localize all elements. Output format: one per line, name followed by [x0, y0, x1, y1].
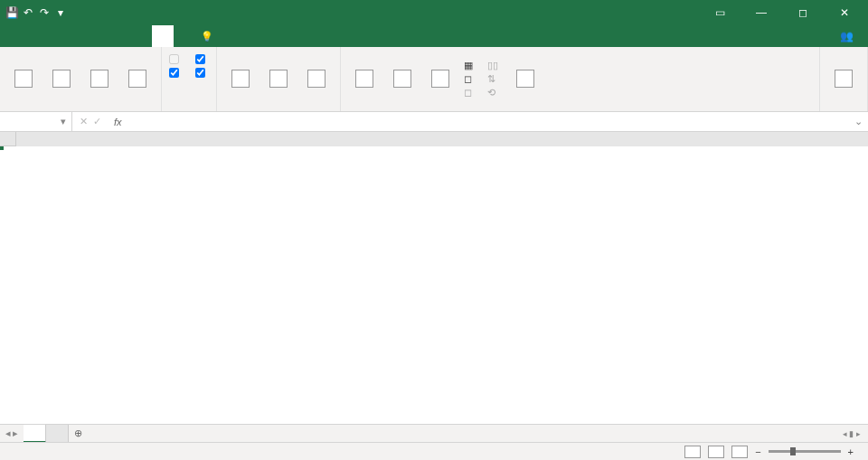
reset-position-button: ⟲	[487, 87, 502, 99]
freeze-panes-button[interactable]	[424, 68, 457, 91]
formula-bar-row: ▾ ✕ ✓ fx ⌄	[0, 112, 868, 132]
zoom100-button[interactable]	[262, 68, 295, 91]
menu-view[interactable]	[152, 25, 174, 47]
fx-icon[interactable]: fx	[108, 117, 127, 127]
sheet-tab-kpi[interactable]	[24, 425, 46, 443]
gridlines-checkbox[interactable]	[169, 68, 183, 78]
normal-view-button[interactable]	[7, 68, 40, 91]
maximize-icon[interactable]: ◻	[785, 0, 821, 25]
customviews-icon	[128, 70, 146, 88]
pagelayout-icon	[90, 70, 108, 88]
minimize-icon[interactable]: —	[743, 0, 779, 25]
menu-insert[interactable]	[43, 25, 65, 47]
zoom-out-icon[interactable]: −	[755, 446, 760, 457]
new-window-button[interactable]	[348, 68, 381, 91]
tab-nav-first-icon[interactable]: ◂	[5, 427, 11, 439]
ribbon-options-icon[interactable]: ▭	[702, 0, 738, 25]
zoom-icon	[231, 70, 250, 88]
unhide-button[interactable]: ◻	[464, 87, 478, 99]
select-all-corner[interactable]	[0, 132, 16, 146]
macros-icon	[835, 70, 853, 88]
zoom-selection-icon	[307, 70, 326, 88]
group-show	[169, 109, 209, 111]
zoom-in-icon[interactable]: +	[848, 446, 854, 457]
switch-windows-button[interactable]	[509, 68, 542, 91]
group-workbook-views	[7, 109, 154, 111]
macros-button[interactable]	[827, 68, 860, 91]
tab-nav-last-icon[interactable]: ▸	[13, 427, 18, 439]
share-icon: 👥	[840, 30, 854, 42]
pagelayout-button[interactable]	[83, 68, 116, 91]
hide-button[interactable]: ◻	[464, 73, 478, 85]
grid-body[interactable]	[0, 146, 868, 424]
lightbulb-icon: 💡	[201, 31, 213, 42]
group-zoom	[224, 109, 333, 111]
customviews-button[interactable]	[121, 68, 154, 91]
side-by-side-button: ▯▯	[487, 60, 502, 71]
arrange-all-button[interactable]	[386, 68, 419, 91]
menu-formulas[interactable]	[87, 25, 108, 47]
close-icon[interactable]: ✕	[826, 0, 863, 25]
pagelayout-status-icon[interactable]	[708, 446, 724, 458]
zoom100-icon	[269, 70, 288, 88]
title-bar: 💾 ↶ ↷ ▾ ▭ — ◻ ✕	[0, 0, 868, 25]
split-button[interactable]: ▦	[464, 60, 478, 71]
grid-area[interactable]	[0, 132, 868, 424]
formula-controls: ✕ ✓	[72, 116, 108, 127]
save-icon[interactable]: 💾	[5, 6, 18, 19]
arrange-all-icon	[393, 70, 411, 88]
normal-view-status-icon[interactable]	[684, 446, 701, 458]
sheet-tab-laporan[interactable]	[46, 425, 69, 443]
ribbon: ▦ ◻ ◻ ▯▯ ⇅ ⟲	[0, 47, 868, 112]
group-macros	[827, 109, 860, 111]
qat-dropdown-icon[interactable]: ▾	[54, 6, 67, 19]
menu-help[interactable]	[174, 25, 195, 47]
cancel-formula-icon: ✕	[80, 116, 88, 127]
name-box[interactable]: ▾	[0, 112, 72, 131]
pagebreak-status-icon[interactable]	[731, 446, 748, 458]
tell-me[interactable]: 💡	[201, 25, 219, 47]
zoom-button[interactable]	[224, 68, 257, 91]
pagebreak-button[interactable]	[45, 68, 78, 91]
menu-pagelayout[interactable]	[65, 25, 87, 47]
headings-checkbox[interactable]	[195, 68, 209, 78]
sync-scroll-button: ⇅	[487, 73, 502, 85]
share-button[interactable]: 👥	[829, 25, 868, 47]
menu-review[interactable]	[130, 25, 152, 47]
switch-windows-icon	[516, 70, 534, 88]
redo-icon[interactable]: ↷	[38, 6, 51, 19]
menu-data[interactable]	[108, 25, 130, 47]
selection-indicator	[0, 146, 4, 150]
zoom-slider[interactable]	[769, 450, 841, 453]
new-window-icon	[355, 70, 373, 88]
freeze-panes-icon	[431, 70, 449, 88]
status-bar: − +	[0, 442, 868, 460]
horizontal-scroll[interactable]: ◂ ▮ ▸	[835, 429, 868, 438]
formulabar-checkbox[interactable]	[195, 54, 209, 64]
undo-icon[interactable]: ↶	[22, 6, 34, 19]
sheet-tab-bar: ◂ ▸ ⊕ ◂ ▮ ▸	[0, 424, 868, 442]
formula-input[interactable]	[127, 112, 849, 131]
group-window	[348, 109, 812, 111]
menu-home[interactable]	[22, 25, 43, 47]
normal-view-icon	[14, 70, 33, 88]
column-headers[interactable]	[0, 132, 868, 146]
add-sheet-button[interactable]: ⊕	[69, 427, 87, 439]
ruler-checkbox[interactable]	[169, 54, 183, 64]
expand-formula-icon[interactable]: ⌄	[849, 116, 868, 127]
menu-file[interactable]	[0, 25, 22, 47]
menu-bar: 💡 👥	[0, 25, 868, 47]
zoom-selection-button[interactable]	[300, 68, 333, 91]
pagebreak-icon	[52, 70, 71, 88]
accept-formula-icon: ✓	[93, 116, 101, 127]
